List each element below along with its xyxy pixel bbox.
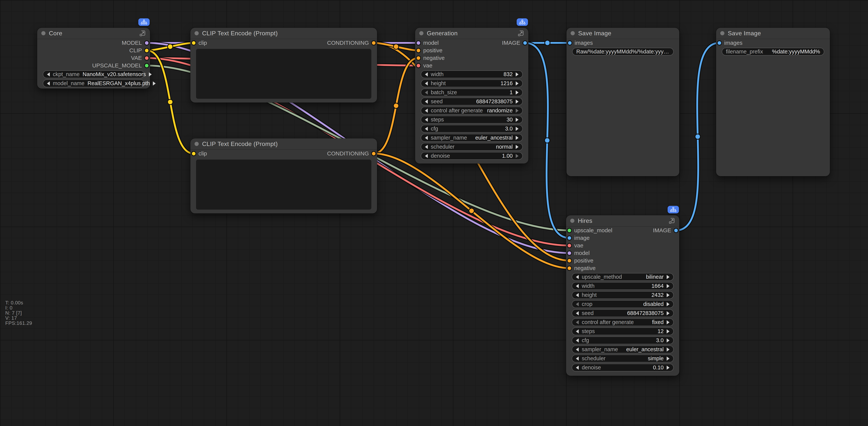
port-dot-image[interactable] — [567, 235, 572, 240]
stepper-left-arrow-icon[interactable] — [576, 338, 579, 343]
port-dot-conditioning[interactable] — [416, 48, 421, 53]
widget-scheduler[interactable]: schedulersimple — [572, 354, 674, 362]
collapse-dot[interactable] — [194, 31, 199, 35]
port-dot-conditioning[interactable] — [416, 56, 421, 61]
output-port-IMAGE[interactable]: IMAGE — [502, 40, 528, 46]
stepper-right-arrow-icon[interactable] — [516, 81, 519, 86]
widget-control-after-generate[interactable]: control after generatefixed — [572, 318, 674, 326]
collapse-dot[interactable] — [194, 142, 199, 146]
node-core[interactable]: Core MODELCLIPVAEUPSCALE_MODELckpt_nameN… — [37, 28, 150, 89]
stepper-right-arrow-icon[interactable] — [666, 347, 670, 351]
node-title-bar[interactable]: Save Image — [566, 28, 679, 39]
stepper-right-arrow-icon[interactable] — [516, 127, 519, 131]
node-clip-text-encode-positive[interactable]: CLIP Text Encode (Prompt) clipCONDITIONI… — [190, 28, 377, 103]
node-save-image-raw[interactable]: Save Image imagesRaw/%date:yyyyMMdd%/%da… — [566, 28, 679, 176]
widget-filename_prefix[interactable]: filename_prefix%date:yyyyMMdd% — [722, 48, 824, 56]
widget-batch_size[interactable]: batch_size1 — [421, 89, 523, 96]
widget-seed[interactable]: seed688472838075 — [421, 97, 523, 105]
stepper-left-arrow-icon[interactable] — [425, 136, 428, 140]
output-port-CONDITIONING[interactable]: CONDITIONING — [327, 150, 376, 157]
stepper-left-arrow-icon[interactable] — [576, 284, 579, 288]
stepper-right-arrow-icon[interactable] — [666, 366, 670, 370]
port-dot-clip[interactable] — [191, 40, 196, 46]
subgraph-badge-button[interactable] — [517, 18, 528, 26]
stepper-left-arrow-icon[interactable] — [425, 145, 428, 149]
widget-sampler_name[interactable]: sampler_nameeuler_ancestral — [572, 346, 674, 353]
output-port-MODEL[interactable]: MODEL — [122, 40, 149, 46]
stepper-right-arrow-icon[interactable] — [516, 154, 519, 158]
stepper-left-arrow-icon[interactable] — [47, 81, 50, 86]
node-hires[interactable]: Hires upscale_modelIMAGEimagevaemodelpos… — [566, 215, 679, 376]
port-dot-model[interactable] — [567, 251, 572, 256]
output-port-VAE[interactable]: VAE — [131, 55, 149, 61]
widget-cfg[interactable]: cfg3.0 — [572, 337, 674, 344]
stepper-left-arrow-icon[interactable] — [425, 81, 428, 86]
stepper-left-arrow-icon[interactable] — [576, 320, 579, 324]
stepper-left-arrow-icon[interactable] — [425, 154, 428, 158]
stepper-left-arrow-icon[interactable] — [576, 347, 579, 351]
port-dot-image[interactable] — [674, 228, 679, 233]
input-port-vae[interactable]: vae — [416, 62, 432, 69]
widget-model_name[interactable]: model_nameRealESRGAN_x4plus.pth — [43, 80, 144, 87]
stepper-right-arrow-icon[interactable] — [666, 293, 670, 297]
input-port-positive[interactable]: positive — [416, 47, 442, 54]
stepper-left-arrow-icon[interactable] — [425, 127, 428, 131]
stepper-right-arrow-icon[interactable] — [516, 72, 519, 77]
port-dot-vae[interactable] — [567, 243, 572, 248]
input-port-clip[interactable]: clip — [191, 40, 207, 46]
widget-steps[interactable]: steps30 — [421, 116, 523, 123]
input-port-negative[interactable]: negative — [567, 265, 595, 271]
node-generation[interactable]: Generation modelIMAGEpositivenegativevae… — [415, 28, 528, 164]
port-dot-upscale_model[interactable] — [567, 228, 572, 233]
input-port-model[interactable]: model — [416, 40, 439, 46]
stepper-left-arrow-icon[interactable] — [576, 293, 579, 297]
stepper-left-arrow-icon[interactable] — [576, 329, 579, 334]
input-port-positive[interactable]: positive — [567, 257, 593, 264]
port-dot-clip[interactable] — [191, 151, 196, 156]
input-port-vae[interactable]: vae — [567, 242, 583, 249]
stepper-left-arrow-icon[interactable] — [47, 72, 50, 77]
collapse-dot[interactable] — [419, 31, 424, 35]
stepper-left-arrow-icon[interactable] — [425, 100, 428, 104]
stepper-right-arrow-icon[interactable] — [666, 338, 670, 343]
prompt-textarea[interactable] — [196, 160, 371, 209]
collapse-dot[interactable] — [41, 31, 45, 35]
port-dot-image[interactable] — [523, 40, 528, 46]
stepper-right-arrow-icon[interactable] — [666, 329, 670, 334]
stepper-right-arrow-icon[interactable] — [516, 118, 519, 122]
stepper-right-arrow-icon[interactable] — [666, 320, 670, 324]
stepper-left-arrow-icon[interactable] — [425, 90, 428, 94]
stepper-left-arrow-icon[interactable] — [576, 311, 579, 315]
widget-cfg[interactable]: cfg3.0 — [421, 125, 523, 133]
prompt-textarea[interactable] — [196, 49, 371, 99]
port-dot-upscale_model[interactable] — [144, 63, 149, 68]
port-dot-vae[interactable] — [416, 63, 421, 68]
output-port-IMAGE[interactable]: IMAGE — [653, 227, 679, 234]
stepper-right-arrow-icon[interactable] — [516, 109, 519, 113]
stepper-right-arrow-icon[interactable] — [666, 275, 670, 279]
stepper-right-arrow-icon[interactable] — [516, 100, 519, 104]
stepper-right-arrow-icon[interactable] — [149, 72, 152, 77]
stepper-right-arrow-icon[interactable] — [516, 145, 519, 149]
stepper-right-arrow-icon[interactable] — [516, 136, 519, 140]
node-title-bar[interactable]: Core — [37, 28, 150, 39]
port-dot-conditioning[interactable] — [371, 151, 376, 156]
node-title-bar[interactable]: CLIP Text Encode (Prompt) — [190, 138, 377, 150]
stepper-left-arrow-icon[interactable] — [425, 109, 428, 113]
stepper-left-arrow-icon[interactable] — [576, 302, 579, 306]
port-dot-model[interactable] — [416, 40, 421, 46]
widget-control-after-generate[interactable]: control after generaterandomize — [421, 107, 523, 114]
stepper-right-arrow-icon[interactable] — [666, 302, 670, 306]
stepper-right-arrow-icon[interactable] — [153, 81, 156, 86]
widget-crop[interactable]: cropdisabled — [572, 300, 674, 308]
widget-seed[interactable]: seed688472838075 — [572, 309, 674, 317]
port-dot-model[interactable] — [144, 40, 149, 46]
node-title-bar[interactable]: Hires — [566, 215, 679, 227]
subgraph-badge-button[interactable] — [138, 18, 150, 26]
widget-height[interactable]: height2432 — [572, 291, 674, 299]
widget-denoise[interactable]: denoise1.00 — [421, 152, 523, 160]
widget-height[interactable]: height1216 — [421, 80, 523, 87]
input-port-images[interactable]: images — [567, 40, 593, 46]
node-title-bar[interactable]: Save Image — [716, 28, 830, 39]
node-title-bar[interactable]: CLIP Text Encode (Prompt) — [190, 28, 377, 39]
